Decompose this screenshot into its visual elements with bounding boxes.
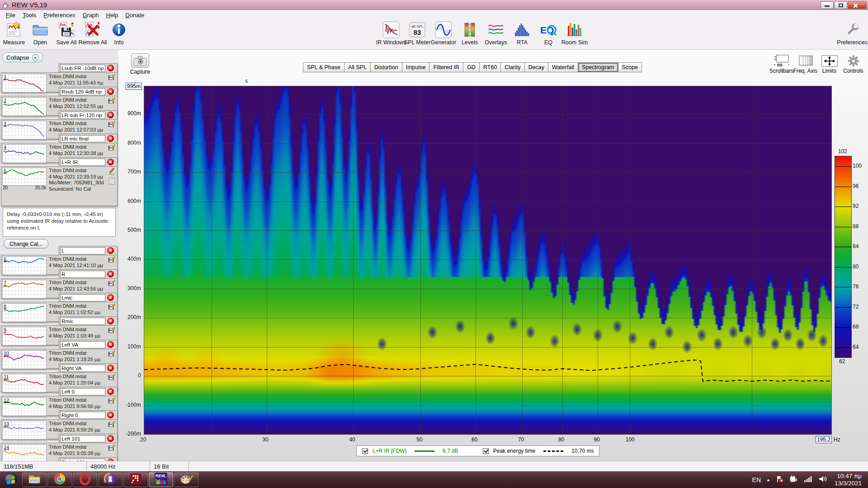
save-measurement-icon[interactable] <box>108 168 115 176</box>
taskbar-app-avast[interactable] <box>98 472 123 487</box>
save-all-button[interactable]: Save All <box>53 20 80 46</box>
scrollbars-button[interactable]: Scrollbars <box>769 54 793 74</box>
overlays-button[interactable]: Overlays <box>483 20 509 46</box>
start-button[interactable] <box>0 471 22 488</box>
remove-measurement-icon[interactable]: ✕ <box>107 112 114 118</box>
ir-windows-button[interactable]: IR Windows <box>378 20 404 46</box>
eq-button[interactable]: EQEQ <box>535 20 561 46</box>
menu-graph[interactable]: Graph <box>79 11 102 19</box>
measurement-name-input[interactable] <box>60 388 105 395</box>
remove-measurement-icon[interactable]: ✕ <box>107 388 114 395</box>
measurement-name-input[interactable] <box>60 247 105 254</box>
save-measurement-icon[interactable] <box>108 121 115 129</box>
measure-button[interactable]: Measure <box>1 20 27 46</box>
tab-spl-phase[interactable]: SPL & Phase <box>303 62 344 72</box>
measurement-name-input[interactable] <box>60 412 105 419</box>
save-measurement-icon[interactable] <box>108 327 115 335</box>
measurement-name-input[interactable] <box>60 294 105 301</box>
limits-button[interactable]: Limits <box>817 54 841 74</box>
measurement-name-input[interactable] <box>60 159 105 166</box>
volume-icon[interactable] <box>818 475 827 485</box>
clock[interactable]: 10:47 πμ 13/3/2021 <box>835 473 866 487</box>
save-measurement-icon[interactable] <box>108 97 115 106</box>
y-axis-top-label[interactable]: 995m <box>126 83 142 90</box>
legend-checkbox-peak-energy[interactable] <box>483 448 489 454</box>
save-measurement-icon[interactable] <box>108 144 115 153</box>
network-signal-icon[interactable] <box>804 475 813 484</box>
action-center-flag-icon[interactable] <box>776 475 784 485</box>
measurement-name-input[interactable] <box>60 112 105 119</box>
tab-clarity[interactable]: Clarity <box>501 62 524 72</box>
maximize-button[interactable] <box>834 1 847 9</box>
title-bar[interactable]: REW V5,19 <box>0 0 868 10</box>
remove-measurement-icon[interactable]: ✕ <box>107 341 114 348</box>
remove-measurement-icon[interactable]: ✕ <box>107 159 114 165</box>
taskbar-app-explorer[interactable] <box>22 472 47 487</box>
measurement-name-input[interactable] <box>60 318 105 325</box>
taskbar-app-paint[interactable] <box>174 472 198 487</box>
levels-button[interactable]: 0369Levels <box>457 20 483 46</box>
taskbar-app-rew[interactable]: REWV5.1 <box>149 472 173 487</box>
measurement-card[interactable]: ✕52020,0kTriton DNM.mdat4 Μαρ 2021 12:39… <box>1 157 118 206</box>
taskbar-app-remote[interactable] <box>123 472 148 487</box>
info-button[interactable]: Info <box>106 20 132 46</box>
tab-gd[interactable]: GD <box>463 62 480 72</box>
measurement-name-input[interactable] <box>60 135 105 142</box>
menu-help[interactable]: Help <box>103 11 122 19</box>
legend-checkbox-series[interactable] <box>362 448 368 454</box>
power-plug-icon[interactable] <box>789 475 798 485</box>
taskbar-app-opera[interactable] <box>73 472 97 487</box>
tab-distortion[interactable]: Distortion <box>371 62 402 72</box>
menu-donate[interactable]: Donate <box>122 11 147 19</box>
remove-measurement-icon[interactable]: ✕ <box>107 135 114 142</box>
remove-measurement-icon[interactable]: ✕ <box>107 435 114 442</box>
save-measurement-icon[interactable] <box>108 350 115 359</box>
save-measurement-icon[interactable] <box>108 280 115 288</box>
remove-measurement-icon[interactable]: ✕ <box>107 318 114 324</box>
save-measurement-icon[interactable] <box>108 256 115 265</box>
measurement-name-input[interactable] <box>60 88 105 95</box>
rta-button[interactable]: RTA <box>509 20 535 46</box>
open-button[interactable]: Open <box>27 20 53 46</box>
save-measurement-icon[interactable] <box>108 374 115 382</box>
tab-all-spl[interactable]: All SPL <box>344 62 371 72</box>
remove-measurement-icon[interactable]: ✕ <box>107 412 114 418</box>
freq-axis-button[interactable]: Freq. Axis <box>793 54 817 74</box>
tab-scope[interactable]: Scope <box>618 62 642 72</box>
tab-decay[interactable]: Decay <box>525 62 548 72</box>
menu-tools[interactable]: Tools <box>19 11 39 19</box>
room-sim-button[interactable]: Room Sim <box>561 20 588 46</box>
generator-button[interactable]: Generator <box>430 20 457 46</box>
tab-impulse[interactable]: Impulse <box>402 62 430 72</box>
remove-all-button[interactable]: Remove All <box>80 20 106 46</box>
language-indicator[interactable]: EN <box>752 476 761 483</box>
tray-expand-icon[interactable]: ▲ <box>766 478 770 482</box>
collapse-button[interactable]: Collapse « <box>2 52 43 62</box>
measurement-name-input[interactable] <box>60 435 105 442</box>
save-measurement-icon[interactable] <box>108 74 115 82</box>
remove-measurement-icon[interactable]: ✕ <box>107 294 114 301</box>
measurement-name-input[interactable] <box>60 365 105 372</box>
remove-measurement-icon[interactable]: ✕ <box>107 88 114 95</box>
capture-button[interactable]: Capture <box>128 53 152 75</box>
tab-waterfall[interactable]: Waterfall <box>548 62 578 72</box>
tab-rt60[interactable]: RT60 <box>480 62 501 72</box>
save-measurement-icon[interactable] <box>108 421 115 429</box>
spectrogram-plot[interactable] <box>144 86 832 435</box>
save-measurement-icon[interactable] <box>108 303 115 312</box>
measurement-card[interactable]: ✕14Triton DNM.mdat4 Μαρ 2021 9:05:28 μμ <box>1 434 118 461</box>
save-measurement-icon[interactable] <box>108 397 115 406</box>
controls-button[interactable]: Controls <box>841 54 865 74</box>
measurement-name-input[interactable] <box>60 341 105 348</box>
remove-measurement-icon[interactable]: ✕ <box>107 247 114 254</box>
save-measurement-icon[interactable] <box>108 444 115 453</box>
remove-measurement-icon[interactable]: ✕ <box>107 65 114 71</box>
spl-meter-button[interactable]: dB SPL83SPL Meter <box>404 20 430 46</box>
tab-spectrogram[interactable]: Spectrogram <box>578 62 618 72</box>
notes-icon[interactable] <box>108 178 115 187</box>
menu-preferences[interactable]: Preferences <box>40 11 78 19</box>
remove-measurement-icon[interactable]: ✕ <box>107 365 114 371</box>
tab-filtered-ir[interactable]: Filtered IR <box>429 62 463 72</box>
measurement-name-input[interactable] <box>60 271 105 278</box>
measurement-card[interactable]: ✕15Triton DNM.mdat4 Μαρ 2021 9:08:57 μμM… <box>1 457 118 461</box>
